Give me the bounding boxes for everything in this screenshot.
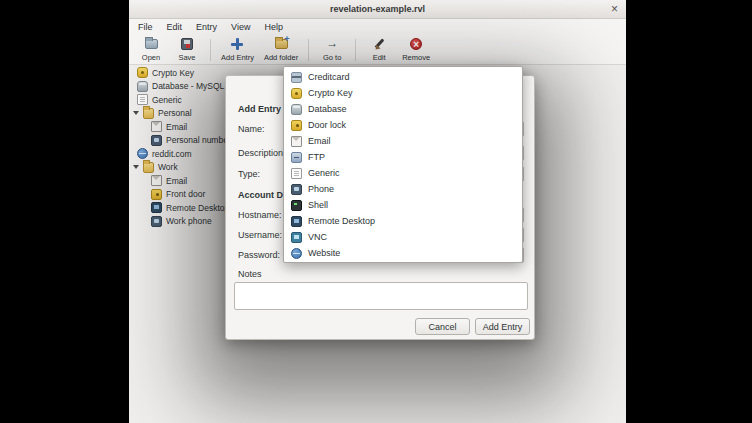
tree-item-label: Remote Desktop: [166, 203, 229, 213]
type-option-ftp[interactable]: FTP: [284, 149, 522, 165]
edit-button-label: Edit: [373, 53, 386, 62]
type-option-vnc[interactable]: VNC: [284, 229, 522, 245]
type-option-label: Crypto Key: [308, 88, 353, 98]
type-option-label: VNC: [308, 232, 327, 242]
remove-button-label: Remove: [402, 53, 430, 62]
key-icon: [137, 67, 148, 78]
add-folder-button-label: Add folder: [264, 53, 298, 62]
username-label: Username:: [238, 230, 282, 240]
add-entry-button-label: Add Entry: [221, 53, 254, 62]
remove-icon: [410, 38, 422, 50]
titlebar[interactable]: revelation-example.rvl ×: [129, 0, 626, 19]
shell-icon: [291, 200, 302, 211]
goto-button-label: Go to: [323, 53, 341, 62]
save-button[interactable]: Save: [170, 37, 204, 63]
tree-item-label: Email: [166, 176, 187, 186]
type-option-label: Database: [308, 104, 347, 114]
open-folder-icon: [145, 39, 158, 49]
notes-textarea[interactable]: [234, 282, 528, 310]
add-folder-button[interactable]: Add folder: [260, 37, 302, 63]
name-label: Name:: [238, 124, 265, 134]
doorlock-icon: [291, 120, 302, 131]
type-option-label: Phone: [308, 184, 334, 194]
ftp-icon: [291, 152, 302, 163]
type-option-email[interactable]: Email: [284, 133, 522, 149]
add-entry-button[interactable]: Add Entry: [217, 37, 258, 63]
type-option-label: Door lock: [308, 120, 346, 130]
tree-item-label: Personal: [158, 108, 192, 118]
type-option-label: Shell: [308, 200, 328, 210]
remote-desktop-icon: [291, 216, 302, 227]
toolbar-separator: [210, 39, 211, 61]
phone-icon: [151, 135, 162, 146]
email-icon: [151, 175, 162, 186]
key-icon: [291, 88, 302, 99]
type-option-crypto-key[interactable]: Crypto Key: [284, 85, 522, 101]
type-option-label: Remote Desktop: [308, 216, 375, 226]
save-button-label: Save: [178, 53, 195, 62]
menu-help[interactable]: Help: [257, 20, 290, 34]
add-entry-submit-button[interactable]: Add Entry: [475, 318, 530, 335]
type-option-generic[interactable]: Generic: [284, 165, 522, 181]
edit-pencil-icon: [373, 38, 385, 50]
dialog-heading: Add Entry: [238, 104, 281, 114]
tree-item-label: Front door: [166, 189, 205, 199]
expander-down-icon[interactable]: [133, 111, 139, 115]
screen-background: revelation-example.rvl × File Edit Entry…: [0, 0, 752, 423]
creditcard-icon: [291, 72, 302, 83]
add-folder-icon: [275, 39, 288, 49]
phone-icon: [291, 184, 302, 195]
type-option-creditcard[interactable]: Creditcard: [284, 69, 522, 85]
password-label: Password:: [238, 250, 280, 260]
menu-view[interactable]: View: [224, 20, 257, 34]
type-label: Type:: [238, 169, 260, 179]
goto-arrow-icon: [326, 38, 339, 51]
save-icon: [181, 38, 193, 50]
remote-desktop-icon: [151, 202, 162, 213]
hostname-label: Hostname:: [238, 210, 282, 220]
open-button-label: Open: [142, 53, 160, 62]
type-option-label: Website: [308, 248, 340, 258]
website-icon: [137, 148, 148, 159]
goto-button[interactable]: Go to: [315, 37, 349, 63]
type-option-website[interactable]: Website: [284, 245, 522, 261]
generic-icon: [137, 94, 148, 105]
folder-icon: [143, 108, 154, 119]
menu-file[interactable]: File: [131, 20, 160, 34]
expander-down-icon[interactable]: [133, 165, 139, 169]
database-icon: [291, 104, 302, 115]
app-window: revelation-example.rvl × File Edit Entry…: [129, 0, 626, 423]
type-option-remote-desktop[interactable]: Remote Desktop: [284, 213, 522, 229]
open-button[interactable]: Open: [134, 37, 168, 63]
menu-entry[interactable]: Entry: [189, 20, 224, 34]
type-option-label: Creditcard: [308, 72, 350, 82]
notes-label: Notes: [238, 269, 262, 279]
type-dropdown-menu: Creditcard Crypto Key Database Door lock…: [283, 66, 523, 263]
tree-item-label: Generic: [152, 95, 182, 105]
tree-item-label: Work phone: [166, 216, 212, 226]
cancel-button[interactable]: Cancel: [415, 318, 470, 335]
type-option-door-lock[interactable]: Door lock: [284, 117, 522, 133]
vnc-icon: [291, 232, 302, 243]
remove-button[interactable]: Remove: [398, 37, 434, 63]
tree-item-label: reddit.com: [152, 149, 192, 159]
email-icon: [291, 136, 302, 147]
type-option-shell[interactable]: Shell: [284, 197, 522, 213]
phone-icon: [151, 216, 162, 227]
toolbar-separator: [308, 39, 309, 61]
type-option-label: Email: [308, 136, 331, 146]
type-option-phone[interactable]: Phone: [284, 181, 522, 197]
website-icon: [291, 248, 302, 259]
doorlock-icon: [151, 189, 162, 200]
tree-item-label: Email: [166, 122, 187, 132]
generic-icon: [291, 168, 302, 179]
toolbar-separator: [355, 39, 356, 61]
toolbar: Open Save Add Entry Add folder Go to: [129, 35, 626, 65]
type-option-label: FTP: [308, 152, 325, 162]
edit-button[interactable]: Edit: [362, 37, 396, 63]
close-icon[interactable]: ×: [611, 2, 618, 16]
menu-edit[interactable]: Edit: [160, 20, 190, 34]
email-icon: [151, 121, 162, 132]
menubar: File Edit Entry View Help: [129, 19, 626, 35]
type-option-database[interactable]: Database: [284, 101, 522, 117]
